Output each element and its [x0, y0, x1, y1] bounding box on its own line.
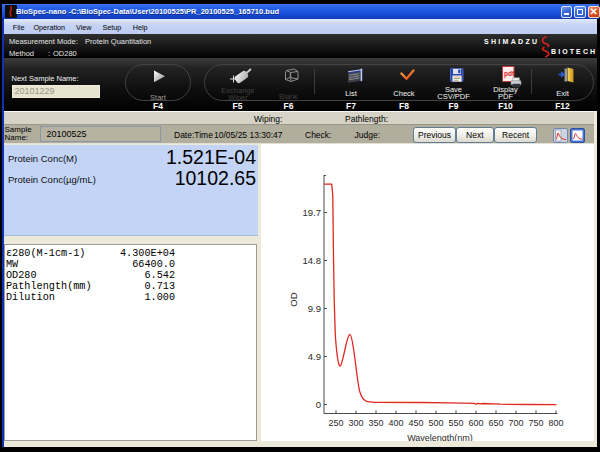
svg-text:800: 800	[548, 418, 563, 428]
svg-text:250: 250	[328, 418, 343, 428]
svg-text:pdf: pdf	[504, 70, 515, 78]
svg-text:700: 700	[508, 418, 523, 428]
svg-text:OD: OD	[288, 292, 299, 306]
svg-text:600: 600	[468, 418, 483, 428]
svg-text:500: 500	[428, 418, 443, 428]
svg-text:300: 300	[348, 418, 363, 428]
svg-text:550: 550	[448, 418, 463, 428]
svg-text:650: 650	[488, 418, 503, 428]
svg-text:Wavelength(nm): Wavelength(nm)	[407, 433, 473, 442]
svg-text:14.8: 14.8	[303, 255, 322, 266]
svg-text:350: 350	[368, 418, 383, 428]
svg-text:19.7: 19.7	[303, 207, 322, 218]
svg-text:4.9: 4.9	[308, 351, 321, 362]
svg-text:0: 0	[316, 399, 321, 410]
svg-text:450: 450	[408, 418, 423, 428]
svg-text:9.9: 9.9	[308, 303, 321, 314]
svg-text:750: 750	[528, 418, 543, 428]
svg-text:400: 400	[388, 418, 403, 428]
